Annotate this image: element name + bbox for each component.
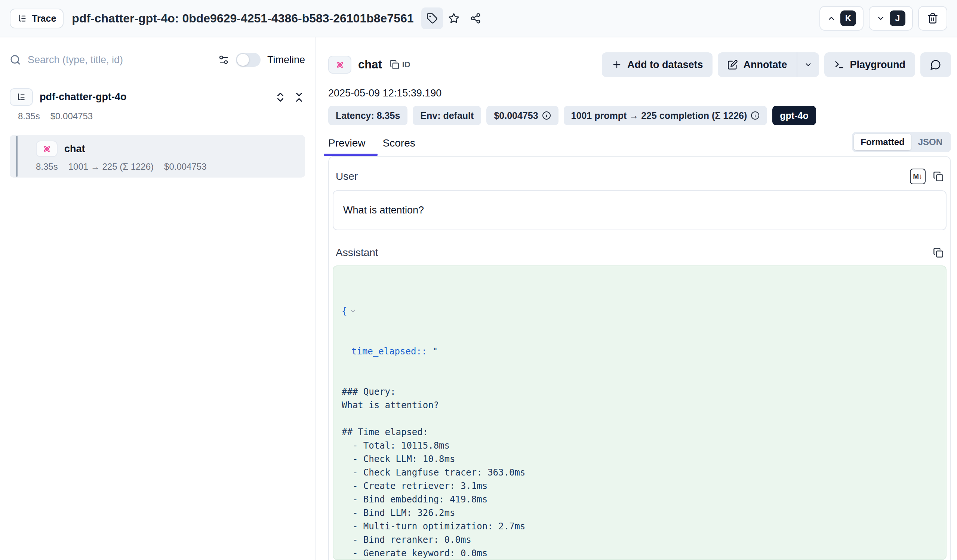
info-icon (751, 111, 760, 120)
trace-node-pill (10, 88, 33, 106)
chevron-up-icon (827, 14, 836, 23)
tree-item-chat-selected[interactable]: chat 8.35s 1001 → 225 (Σ 1226) $0.004753 (10, 135, 305, 178)
delete-trace-button[interactable] (918, 6, 947, 31)
filter-sliders-icon[interactable] (218, 54, 229, 65)
bookmark-star-button[interactable] (443, 8, 465, 29)
terminal-icon (834, 60, 845, 70)
chat-latency: 8.35s (36, 161, 58, 172)
trace-type-badge: Trace (10, 9, 63, 28)
tab-scores[interactable]: Scores (383, 137, 417, 156)
token-usage-badge[interactable]: 1001 prompt → 225 completion (Σ 1226) (564, 106, 767, 125)
generation-icon (42, 144, 52, 154)
open-brace: { (342, 304, 347, 318)
format-option-formatted[interactable]: Formatted (854, 134, 911, 150)
chat-row-title: chat (36, 140, 299, 157)
list-tree-icon (16, 92, 26, 102)
latency-badge: Latency: 8.35s (328, 106, 407, 125)
prev-trace-button[interactable]: K (820, 6, 864, 31)
content-split: Timeline pdf-chatter-gpt-4o 8.35s $0 (0, 37, 957, 560)
chat-tokens: 1001 → 225 (Σ 1226) (68, 161, 154, 172)
annotate-label: Annotate (743, 59, 787, 71)
tabs-row: Preview Scores Formatted JSON (328, 132, 951, 156)
annotate-dropdown-button[interactable] (797, 52, 819, 77)
tab-preview[interactable]: Preview (328, 137, 367, 156)
markdown-icon[interactable]: M↓ (910, 169, 925, 184)
assistant-message-box: { time_elapsed:: " ### Query: What is at… (333, 265, 946, 560)
chevron-down-icon (876, 14, 885, 23)
add-to-datasets-button[interactable]: Add to datasets (602, 52, 713, 77)
copy-id-button[interactable]: ID (390, 60, 411, 69)
observation-timestamp: 2025-05-09 12:15:39.190 (328, 87, 951, 99)
annotate-pen-icon (728, 60, 738, 70)
assistant-json-view: { time_elapsed:: " ### Query: What is at… (342, 278, 936, 560)
preview-card: User M↓ What is attention? Assistant (328, 156, 951, 560)
expand-all-icon[interactable] (275, 91, 286, 103)
share-button[interactable] (465, 8, 486, 29)
json-root-row: { (342, 304, 936, 318)
app-window: Trace pdf-chatter-gpt-4o: 0bde9629-4251-… (0, 0, 957, 560)
user-section-icons: M↓ (910, 169, 944, 184)
topbar: Trace pdf-chatter-gpt-4o: 0bde9629-4251-… (0, 0, 957, 37)
comments-button[interactable] (921, 52, 951, 77)
chat-cost: $0.004753 (164, 161, 206, 172)
observation-panel: chat ID Add to datasets (316, 37, 957, 560)
assistant-section-label: Assistant (336, 247, 378, 259)
add-to-datasets-label: Add to datasets (627, 59, 703, 71)
root-cost: $0.004753 (51, 111, 93, 121)
plus-icon (611, 60, 622, 70)
metric-badges: Latency: 8.35s Env: default $0.004753 10… (328, 106, 951, 125)
chat-node-metrics: 8.35s 1001 → 225 (Σ 1226) $0.004753 (36, 161, 299, 172)
timeline-toggle-label: Timeline (267, 54, 305, 66)
playground-label: Playground (850, 59, 905, 71)
annotate-split-button: Annotate (718, 52, 819, 77)
timeline-toggle[interactable] (236, 53, 261, 67)
kbd-k: K (840, 11, 856, 26)
chat-node-name: chat (64, 143, 85, 155)
generation-icon (335, 60, 345, 70)
assistant-section-head: Assistant (333, 247, 946, 259)
search-icon (10, 54, 21, 65)
copy-icon[interactable] (933, 248, 944, 258)
topbar-left: Trace pdf-chatter-gpt-4o: 0bde9629-4251-… (10, 8, 486, 29)
collapse-chevron-icon[interactable] (349, 307, 357, 315)
format-toggle: Formatted JSON (852, 132, 951, 152)
tree-root-row[interactable]: pdf-chatter-gpt-4o (10, 88, 305, 106)
env-badge: Env: default (413, 106, 481, 125)
json-key-row: time_elapsed:: " (342, 345, 936, 358)
model-badge[interactable]: gpt-4o (772, 106, 816, 125)
playground-button[interactable]: Playground (824, 52, 915, 77)
collapse-all-icon[interactable] (293, 91, 305, 103)
topbar-actions: K J (820, 6, 947, 31)
format-option-json[interactable]: JSON (911, 134, 949, 150)
share-icon (470, 13, 481, 24)
generation-node-pill (36, 140, 58, 157)
tag-button[interactable] (421, 8, 443, 29)
generation-pill (328, 56, 351, 74)
id-label: ID (402, 60, 411, 69)
comment-icon (930, 59, 941, 70)
chevron-down-icon (804, 61, 812, 69)
user-message-box: What is attention? (333, 190, 946, 230)
copy-icon[interactable] (933, 171, 944, 182)
assistant-section-icons (933, 248, 944, 258)
annotate-button[interactable]: Annotate (718, 52, 797, 77)
info-icon (542, 111, 551, 120)
trash-icon (927, 13, 938, 24)
observation-header: chat ID Add to datasets (328, 52, 951, 77)
tree-root-name: pdf-chatter-gpt-4o (39, 91, 268, 103)
observation-title: chat (358, 58, 382, 71)
user-section-head: User M↓ (333, 169, 946, 184)
page-title: pdf-chatter-gpt-4o: 0bde9629-4251-4386-b… (72, 12, 414, 25)
tag-icon (426, 13, 438, 24)
list-tree-icon (17, 13, 27, 24)
tree-indent-guide (16, 136, 17, 177)
next-trace-button[interactable]: J (869, 6, 913, 31)
root-latency: 8.35s (18, 111, 40, 121)
tree-root-metrics: 8.35s $0.004753 (18, 111, 305, 121)
cost-badge[interactable]: $0.004753 (486, 106, 558, 125)
user-section-label: User (336, 170, 358, 183)
star-icon (448, 13, 460, 24)
search-input[interactable] (28, 54, 211, 66)
tree-search-row: Timeline (10, 49, 305, 71)
trace-tree-sidebar: Timeline pdf-chatter-gpt-4o 8.35s $0 (0, 37, 316, 560)
